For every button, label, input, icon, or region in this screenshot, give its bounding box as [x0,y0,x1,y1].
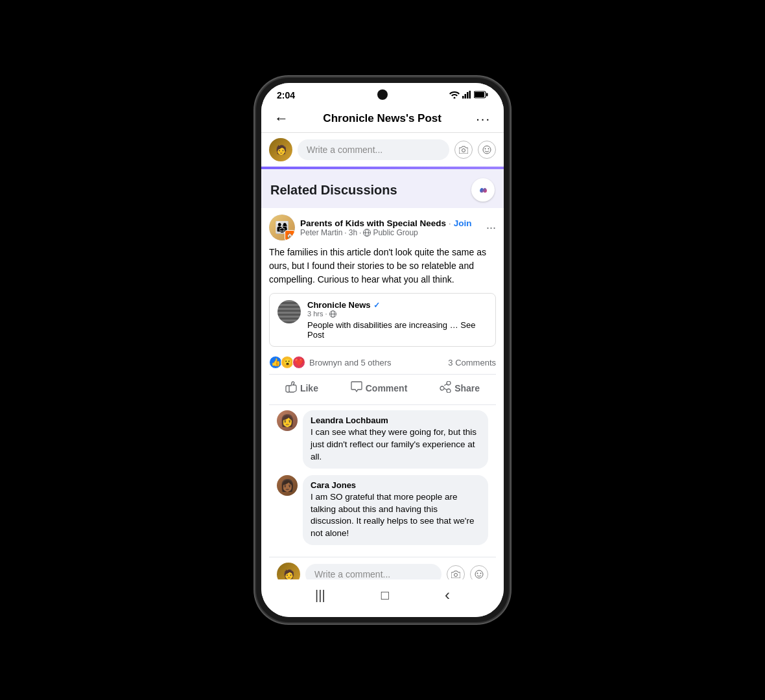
svg-rect-6 [475,92,484,97]
comment-avatar-2: 👩🏾 [277,475,298,496]
user-avatar-bottom: 🧑 [277,563,300,579]
like-button[interactable]: Like [277,377,326,399]
wow-emoji: 😮 [281,356,294,369]
post-time: 3h [349,228,357,237]
group-name-row: Parents of Kids with Special Needs · Joi… [300,218,481,228]
svg-point-21 [454,574,458,577]
camera-icon-bottom[interactable] [447,565,465,579]
comment-item-2: 👩🏾 Cara Jones I am SO grateful that more… [277,475,488,546]
svg-point-8 [462,149,465,152]
related-discussions-header: Related Discussions [261,169,504,208]
signal-icon [462,89,471,101]
post-group-type: Public Group [373,228,418,237]
more-options-button[interactable]: ··· [476,111,491,126]
comment-avatar-1: 👩 [277,410,298,431]
share-label: Share [454,383,480,393]
page-title: Chronicle News's Post [323,112,441,125]
svg-rect-2 [465,94,467,99]
like-label: Like [300,383,318,393]
bottom-comment-input[interactable]: Write a comment... [305,564,441,579]
reactions-row: 👍 😮 ❤️ Brownyn and 5 others 3 Comments [269,353,496,375]
bottom-comment-bar: 🧑 Write a comment... [269,557,496,579]
nav-bar: ← Chronicle News's Post ··· [261,104,504,133]
comment-author-2: Cara Jones [311,480,480,490]
svg-point-9 [483,146,491,154]
action-buttons: Like Comment [269,375,496,405]
svg-point-11 [488,148,489,150]
comment-text-1: I can see what they were going for, but … [311,426,480,463]
user-avatar-top: 🧑 [269,138,292,161]
svg-point-23 [477,573,478,574]
comment-item: 👩 Leandra Lochbaum I can see what they w… [277,410,488,469]
svg-line-20 [444,388,447,390]
embedded-meta: 3 hrs · [307,310,488,318]
comment-author-1: Leandra Lochbaum [311,415,480,425]
post-card: 👨‍👩‍👧 🏠 Parents of Kids with Special Nee… [261,208,504,579]
post-more-button[interactable]: ··· [486,221,496,235]
post-header-info: Parents of Kids with Special Needs · Joi… [300,218,481,237]
status-icons [449,89,488,101]
top-comment-input-bar: 🧑 Write a comment... [261,133,504,167]
comment-icons-bottom [447,565,488,579]
post-header: 👨‍👩‍👧 🏠 Parents of Kids with Special Nee… [269,215,496,240]
share-icon [440,381,451,395]
comments-count[interactable]: 3 Comments [448,358,496,368]
camera-icon-top[interactable] [454,141,473,159]
top-comment-input[interactable]: Write a comment... [298,139,449,160]
meta-logo [471,178,495,202]
embedded-avatar [277,300,301,323]
group-avatar: 👨‍👩‍👧 🏠 [269,215,295,240]
embedded-post[interactable]: Chronicle News ✓ 3 hrs · [269,293,496,347]
group-name: Parents of Kids with Special Needs [300,218,446,228]
comment-bubble-1: Leandra Lochbaum I can see what they wer… [303,410,488,469]
scroll-content: 🧑 Write a comment... [261,133,504,579]
post-author: Peter Martin [300,228,342,237]
back-button[interactable]: ← [274,110,288,127]
comment-label: Comment [366,383,408,393]
embedded-source-name: Chronicle News ✓ [307,300,488,310]
wifi-icon [449,91,460,100]
svg-point-24 [480,573,482,574]
sticker-icon-top[interactable] [478,141,496,159]
reactions-text[interactable]: Brownyn and 5 others [309,358,391,368]
comment-bubble-2: Cara Jones I am SO grateful that more pe… [303,475,488,546]
svg-rect-4 [469,91,471,99]
bottom-menu-button[interactable]: ||| [315,588,325,603]
svg-point-22 [475,570,483,578]
bottom-nav: ||| □ ‹ [261,579,504,617]
comments-section: 👩 Leandra Lochbaum I can see what they w… [269,405,496,557]
camera-notch [377,89,388,100]
svg-rect-7 [486,93,488,97]
svg-point-10 [485,148,486,150]
comment-button[interactable]: Comment [343,377,416,399]
comment-icon [351,381,362,395]
bottom-back-button[interactable]: ‹ [445,586,450,604]
like-emoji: 👍 [269,356,282,369]
svg-point-0 [454,97,456,99]
reaction-emojis: 👍 😮 ❤️ [269,356,305,369]
related-discussions-title: Related Discussions [270,183,397,198]
svg-rect-3 [467,92,469,99]
like-icon [285,381,297,395]
post-meta: Peter Martin · 3h · Public Group [300,228,481,237]
join-button[interactable]: Join [454,218,472,228]
heart-emoji: ❤️ [292,356,305,369]
embedded-text: People with disabilities are increasing … [307,320,488,340]
group-badge: 🏠 [285,230,295,240]
comment-text-2: I am SO grateful that more people are ta… [311,491,480,541]
sticker-icon-bottom[interactable] [470,565,488,579]
bottom-home-button[interactable]: □ [381,588,389,603]
share-button[interactable]: Share [432,377,488,399]
battery-icon [474,89,488,101]
status-time: 2:04 [277,90,295,100]
svg-rect-1 [462,96,464,99]
comment-icons-top [454,141,496,159]
post-body: The families in this article don't look … [269,246,496,286]
verified-icon: ✓ [373,301,380,310]
embedded-content: Chronicle News ✓ 3 hrs · [307,300,488,340]
